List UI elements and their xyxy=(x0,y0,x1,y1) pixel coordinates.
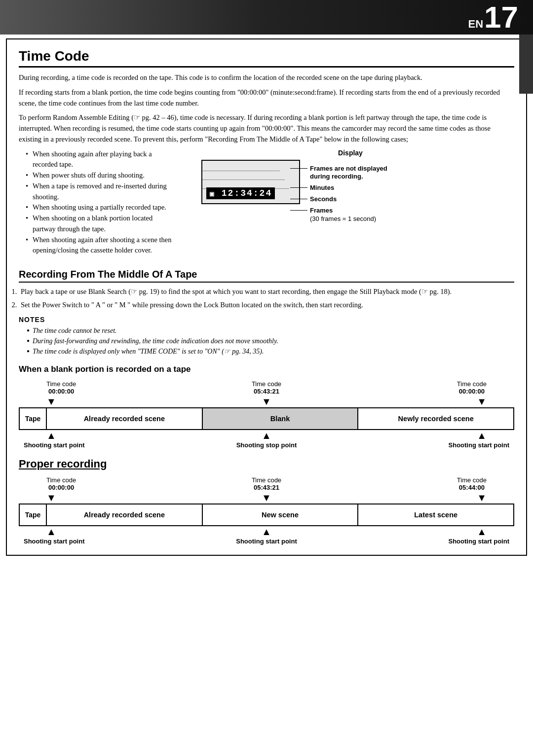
annot-minutes: Minutes xyxy=(290,184,404,191)
proper-shoot-labels: Shooting start point Shooting start poin… xyxy=(19,538,514,545)
proper-arrow-center: ▼ xyxy=(262,492,271,504)
blank-timecodes-row: Time code 00:00:00 Time code 05:43:21 Ti… xyxy=(19,380,514,395)
page-number-block: EN 17 xyxy=(468,2,518,33)
blank-tc-right-label: Time code xyxy=(457,380,487,388)
proper-tc-right: Time code 05:44:00 xyxy=(457,476,487,491)
blank-arrow-left: ▼ xyxy=(46,396,56,407)
recording-section-title: Recording From The Middle Of A Tape xyxy=(19,269,514,283)
proper-segment-0: Already recorded scene xyxy=(47,504,203,525)
intro-para-2: If recording starts from a blank portion… xyxy=(19,87,514,109)
blank-shoot-right: Shooting start point xyxy=(449,441,509,449)
blank-shoot-labels: Shooting start point Shooting stop point… xyxy=(19,441,514,449)
blank-segment-1: Blank xyxy=(203,408,359,429)
annot-frames-label2: Frames xyxy=(310,207,333,214)
proper-segment-2: Latest scene xyxy=(358,504,513,525)
bullet-item-0: When shooting again after playing back a… xyxy=(26,149,177,171)
blank-tc-right: Time code 00:00:00 xyxy=(457,380,487,395)
blank-shoot-left: Shooting start point xyxy=(24,441,84,449)
blank-tc-center: Time code 05:43:21 xyxy=(252,380,281,395)
page-title: Time Code xyxy=(19,48,514,68)
diagram-annotations: Frames are not displayed during recordin… xyxy=(290,165,404,223)
blank-diagram-section: When a blank portion is recorded on a ta… xyxy=(19,364,514,449)
notes-block: NOTES The time code cannot be reset. Dur… xyxy=(19,316,514,357)
note-2: The time code is displayed only when "TI… xyxy=(27,346,514,357)
proper-up-arrow-left: ▲ xyxy=(46,526,56,538)
blank-tc-center-value: 05:43:21 xyxy=(252,388,281,395)
notes-title: NOTES xyxy=(19,316,514,324)
blank-tc-left: Time code 00:00:00 xyxy=(46,380,76,395)
proper-up-arrow-center: ▲ xyxy=(262,526,271,538)
blank-arrow-right: ▼ xyxy=(477,396,487,407)
proper-down-arrows: ▼ ▼ ▼ xyxy=(19,492,514,504)
annot-minutes-label: Minutes xyxy=(310,184,334,191)
blank-up-arrow-center: ▲ xyxy=(262,430,271,441)
top-header-bar: EN 17 xyxy=(0,0,533,35)
blank-diagram-title: When a blank portion is recorded on a ta… xyxy=(19,364,514,374)
proper-tc-left: Time code 00:00:00 xyxy=(46,476,76,491)
note-0: The time code cannot be reset. xyxy=(27,325,514,336)
proper-tc-right-label: Time code xyxy=(457,476,487,484)
annot-frames-label: Frames are not displayed during recordin… xyxy=(310,165,404,181)
proper-tc-left-value: 00:00:00 xyxy=(46,484,76,491)
timecode-value: ▣ 12:34:24 xyxy=(206,187,275,199)
en-label: EN xyxy=(468,18,483,31)
blank-segment-2: Newly recorded scene xyxy=(358,408,513,429)
bullet-item-1: When power shuts off during shooting. xyxy=(26,170,177,181)
intro-para-1: During recording, a time code is recorde… xyxy=(19,72,514,83)
proper-tc-center: Time code 05:43:21 xyxy=(252,476,281,491)
proper-shoot-left: Shooting start point xyxy=(24,538,84,545)
notes-list: The time code cannot be reset. During fa… xyxy=(27,325,514,357)
display-diagram-label: Display xyxy=(187,149,514,157)
step-2: Set the Power Switch to " A " or " M " w… xyxy=(19,300,514,311)
bullet-item-2: When a tape is removed and re-inserted d… xyxy=(26,181,177,203)
proper-timecodes-row: Time code 00:00:00 Time code 05:43:21 Ti… xyxy=(19,476,514,491)
proper-shoot-right: Shooting start point xyxy=(449,538,509,545)
blank-tc-center-label: Time code xyxy=(252,380,281,388)
display-screen: ▣ 12:34:24 xyxy=(201,160,300,204)
blank-tape-label: Tape xyxy=(20,408,47,429)
recording-steps-list: Play back a tape or use Blank Search (☞ … xyxy=(19,287,514,311)
main-content: Time Code During recording, a time code … xyxy=(6,38,527,556)
annot-frames: Frames xyxy=(290,207,404,214)
bullet-list-container: When shooting again after playing back a… xyxy=(19,149,177,261)
proper-tape-label: Tape xyxy=(20,504,47,525)
blank-shoot-center: Shooting stop point xyxy=(236,441,297,449)
note-1: During fast-forwarding and rewinding, th… xyxy=(27,336,514,346)
blank-down-arrows: ▼ ▼ ▼ xyxy=(19,396,514,407)
proper-segment-1: New scene xyxy=(203,504,359,525)
blank-up-arrows: ▲ ▲ ▲ xyxy=(19,430,514,441)
proper-up-arrows: ▲ ▲ ▲ xyxy=(19,526,514,538)
page-number: 17 xyxy=(484,2,518,33)
bullet-item-4: When shooting on a blank portion located… xyxy=(26,213,177,235)
proper-arrow-left: ▼ xyxy=(46,492,56,504)
blank-arrow-center: ▼ xyxy=(262,396,271,407)
proper-tc-right-value: 05:44:00 xyxy=(457,484,487,491)
annot-frames-note: (30 frames = 1 second) xyxy=(310,215,404,222)
annot-seconds: Seconds xyxy=(290,195,404,203)
blank-tc-left-value: 00:00:00 xyxy=(46,388,76,395)
blank-tape-track: Tape Already recorded scene Blank Newly … xyxy=(19,407,514,430)
blank-tc-right-value: 00:00:00 xyxy=(457,388,487,395)
proper-recording-title: Proper recording xyxy=(19,458,514,470)
proper-arrow-right: ▼ xyxy=(477,492,487,504)
proper-tc-left-label: Time code xyxy=(46,476,76,484)
blank-up-arrow-right: ▲ xyxy=(477,430,487,441)
bullet-item-3: When shooting using a partially recorded… xyxy=(26,202,177,213)
annot-seconds-label: Seconds xyxy=(310,195,337,203)
bullet-list: When shooting again after playing back a… xyxy=(26,149,177,256)
proper-shoot-center: Shooting start point xyxy=(236,538,297,545)
proper-tape-track: Tape Already recorded scene New scene La… xyxy=(19,504,514,526)
proper-tc-center-value: 05:43:21 xyxy=(252,484,281,491)
proper-up-arrow-right: ▲ xyxy=(477,526,487,538)
bullet-item-5: When shooting again after shooting a sce… xyxy=(26,235,177,256)
blank-up-arrow-left: ▲ xyxy=(46,430,56,441)
annot-frames-not-displayed: Frames are not displayed during recordin… xyxy=(290,165,404,181)
bullets-diagram-wrapper: When shooting again after playing back a… xyxy=(19,149,514,261)
proper-tc-center-label: Time code xyxy=(252,476,281,484)
blank-segment-0: Already recorded scene xyxy=(47,408,203,429)
blank-tc-left-label: Time code xyxy=(46,380,76,388)
side-tab xyxy=(519,35,533,94)
display-diagram: Display ▣ 12:34:24 Frames are not displa… xyxy=(187,149,514,204)
intro-para-3: To perform Random Assemble Editing (☞ pg… xyxy=(19,112,514,144)
step-1: Play back a tape or use Blank Search (☞ … xyxy=(19,287,514,297)
